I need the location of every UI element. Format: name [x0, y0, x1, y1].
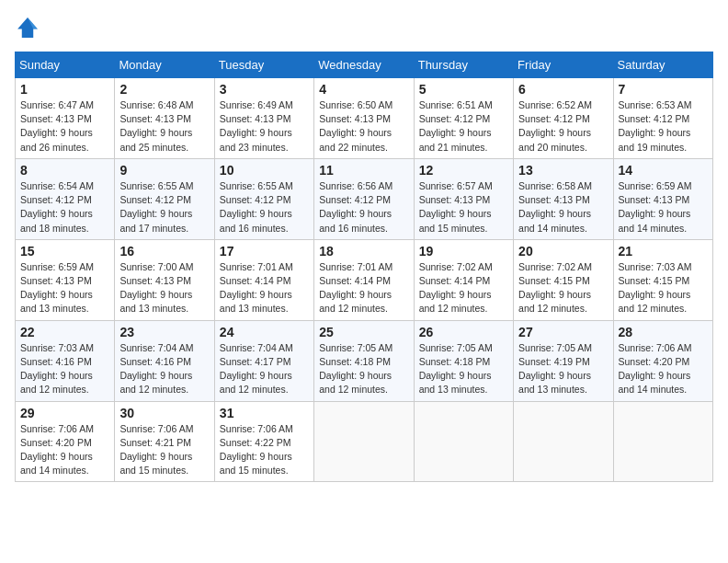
calendar-cell: 31Sunrise: 7:06 AMSunset: 4:22 PMDayligh… [214, 401, 313, 482]
week-row-4: 22Sunrise: 7:03 AMSunset: 4:16 PMDayligh… [16, 320, 713, 401]
week-row-3: 15Sunrise: 6:59 AMSunset: 4:13 PMDayligh… [16, 239, 713, 320]
calendar-cell: 9Sunrise: 6:55 AMSunset: 4:12 PMDaylight… [115, 158, 214, 239]
day-info: Sunrise: 7:02 AMSunset: 4:14 PMDaylight:… [419, 261, 493, 315]
day-info: Sunrise: 7:02 AMSunset: 4:15 PMDaylight:… [518, 261, 592, 315]
calendar-cell: 17Sunrise: 7:01 AMSunset: 4:14 PMDayligh… [214, 239, 313, 320]
day-info: Sunrise: 7:04 AMSunset: 4:17 PMDaylight:… [220, 342, 293, 396]
calendar-cell: 28Sunrise: 7:06 AMSunset: 4:20 PMDayligh… [613, 320, 712, 401]
calendar-cell: 15Sunrise: 6:59 AMSunset: 4:13 PMDayligh… [16, 239, 115, 320]
day-number: 2 [119, 82, 209, 97]
calendar-cell: 13Sunrise: 6:58 AMSunset: 4:13 PMDayligh… [514, 158, 613, 239]
calendar-cell: 4Sunrise: 6:50 AMSunset: 4:13 PMDaylight… [314, 78, 414, 159]
day-info: Sunrise: 6:57 AMSunset: 4:13 PMDaylight:… [419, 180, 493, 234]
week-row-5: 29Sunrise: 7:06 AMSunset: 4:20 PMDayligh… [16, 401, 713, 482]
day-number: 29 [20, 406, 109, 420]
day-number: 16 [119, 244, 209, 259]
day-number: 10 [220, 163, 309, 178]
calendar-cell: 29Sunrise: 7:06 AMSunset: 4:20 PMDayligh… [16, 401, 115, 482]
day-info: Sunrise: 6:48 AMSunset: 4:13 PMDaylight:… [119, 99, 193, 153]
calendar-cell: 12Sunrise: 6:57 AMSunset: 4:13 PMDayligh… [414, 158, 513, 239]
week-row-1: 1Sunrise: 6:47 AMSunset: 4:13 PMDaylight… [16, 78, 713, 159]
day-info: Sunrise: 6:56 AMSunset: 4:12 PMDaylight:… [319, 180, 392, 234]
day-number: 24 [220, 325, 309, 339]
day-number: 8 [20, 163, 109, 178]
calendar-cell: 7Sunrise: 6:53 AMSunset: 4:12 PMDaylight… [613, 78, 712, 159]
calendar-cell [314, 401, 414, 482]
day-info: Sunrise: 7:06 AMSunset: 4:20 PMDaylight:… [20, 423, 94, 477]
calendar-cell: 19Sunrise: 7:02 AMSunset: 4:14 PMDayligh… [414, 239, 513, 320]
day-number: 28 [619, 325, 708, 339]
weekday-header-saturday: Saturday [613, 52, 712, 78]
day-info: Sunrise: 7:03 AMSunset: 4:16 PMDaylight:… [20, 342, 94, 396]
calendar-cell: 10Sunrise: 6:55 AMSunset: 4:12 PMDayligh… [214, 158, 313, 239]
calendar-cell: 3Sunrise: 6:49 AMSunset: 4:13 PMDaylight… [214, 78, 313, 159]
day-number: 3 [220, 82, 309, 97]
day-info: Sunrise: 6:51 AMSunset: 4:12 PMDaylight:… [419, 99, 493, 153]
calendar-cell: 11Sunrise: 6:56 AMSunset: 4:12 PMDayligh… [314, 158, 414, 239]
day-number: 9 [119, 163, 209, 178]
calendar-cell: 22Sunrise: 7:03 AMSunset: 4:16 PMDayligh… [16, 320, 115, 401]
calendar-cell: 25Sunrise: 7:05 AMSunset: 4:18 PMDayligh… [314, 320, 414, 401]
weekday-header-row: SundayMondayTuesdayWednesdayThursdayFrid… [16, 52, 713, 78]
calendar-cell: 14Sunrise: 6:59 AMSunset: 4:13 PMDayligh… [613, 158, 712, 239]
page-header [15, 15, 713, 40]
day-info: Sunrise: 6:49 AMSunset: 4:13 PMDaylight:… [220, 99, 293, 153]
logo [15, 15, 44, 40]
day-info: Sunrise: 6:59 AMSunset: 4:13 PMDaylight:… [20, 261, 94, 315]
day-info: Sunrise: 6:59 AMSunset: 4:13 PMDaylight:… [619, 180, 692, 234]
calendar-cell: 8Sunrise: 6:54 AMSunset: 4:12 PMDaylight… [16, 158, 115, 239]
day-number: 30 [119, 406, 209, 420]
day-number: 27 [518, 325, 608, 339]
day-number: 18 [319, 244, 408, 259]
calendar-cell: 30Sunrise: 7:06 AMSunset: 4:21 PMDayligh… [115, 401, 214, 482]
day-info: Sunrise: 6:53 AMSunset: 4:12 PMDaylight:… [619, 99, 692, 153]
day-number: 13 [518, 163, 608, 178]
day-info: Sunrise: 7:04 AMSunset: 4:16 PMDaylight:… [119, 342, 193, 396]
weekday-header-sunday: Sunday [16, 52, 115, 78]
day-info: Sunrise: 6:55 AMSunset: 4:12 PMDaylight:… [119, 180, 193, 234]
day-number: 6 [518, 82, 608, 97]
day-number: 21 [619, 244, 708, 259]
day-info: Sunrise: 7:05 AMSunset: 4:18 PMDaylight:… [419, 342, 493, 396]
weekday-header-thursday: Thursday [414, 52, 513, 78]
calendar-cell [414, 401, 513, 482]
day-number: 23 [119, 325, 209, 339]
calendar-table: SundayMondayTuesdayWednesdayThursdayFrid… [15, 52, 713, 482]
day-number: 12 [419, 163, 508, 178]
day-info: Sunrise: 7:06 AMSunset: 4:21 PMDaylight:… [119, 423, 193, 477]
day-number: 25 [319, 325, 408, 339]
weekday-header-tuesday: Tuesday [214, 52, 313, 78]
day-info: Sunrise: 7:03 AMSunset: 4:15 PMDaylight:… [619, 261, 692, 315]
day-info: Sunrise: 6:54 AMSunset: 4:12 PMDaylight:… [20, 180, 94, 234]
calendar-cell: 24Sunrise: 7:04 AMSunset: 4:17 PMDayligh… [214, 320, 313, 401]
day-info: Sunrise: 7:05 AMSunset: 4:19 PMDaylight:… [518, 342, 592, 396]
logo-icon [15, 15, 40, 40]
calendar-cell: 16Sunrise: 7:00 AMSunset: 4:13 PMDayligh… [115, 239, 214, 320]
day-number: 15 [20, 244, 109, 259]
calendar-cell: 18Sunrise: 7:01 AMSunset: 4:14 PMDayligh… [314, 239, 414, 320]
day-number: 22 [20, 325, 109, 339]
day-number: 19 [419, 244, 508, 259]
day-number: 20 [518, 244, 608, 259]
day-info: Sunrise: 7:01 AMSunset: 4:14 PMDaylight:… [319, 261, 392, 315]
calendar-cell: 20Sunrise: 7:02 AMSunset: 4:15 PMDayligh… [514, 239, 613, 320]
day-info: Sunrise: 7:00 AMSunset: 4:13 PMDaylight:… [119, 261, 193, 315]
day-number: 17 [220, 244, 309, 259]
calendar-cell: 26Sunrise: 7:05 AMSunset: 4:18 PMDayligh… [414, 320, 513, 401]
day-number: 31 [220, 406, 309, 420]
weekday-header-wednesday: Wednesday [314, 52, 414, 78]
day-number: 26 [419, 325, 508, 339]
day-number: 14 [619, 163, 708, 178]
day-number: 11 [319, 163, 408, 178]
calendar-cell: 27Sunrise: 7:05 AMSunset: 4:19 PMDayligh… [514, 320, 613, 401]
day-info: Sunrise: 6:58 AMSunset: 4:13 PMDaylight:… [518, 180, 592, 234]
day-info: Sunrise: 7:06 AMSunset: 4:22 PMDaylight:… [220, 423, 293, 477]
calendar-cell [613, 401, 712, 482]
calendar-cell [514, 401, 613, 482]
day-info: Sunrise: 6:52 AMSunset: 4:12 PMDaylight:… [518, 99, 592, 153]
calendar-cell: 5Sunrise: 6:51 AMSunset: 4:12 PMDaylight… [414, 78, 513, 159]
day-info: Sunrise: 7:05 AMSunset: 4:18 PMDaylight:… [319, 342, 392, 396]
calendar-cell: 23Sunrise: 7:04 AMSunset: 4:16 PMDayligh… [115, 320, 214, 401]
day-info: Sunrise: 7:01 AMSunset: 4:14 PMDaylight:… [220, 261, 293, 315]
day-info: Sunrise: 7:06 AMSunset: 4:20 PMDaylight:… [619, 342, 692, 396]
